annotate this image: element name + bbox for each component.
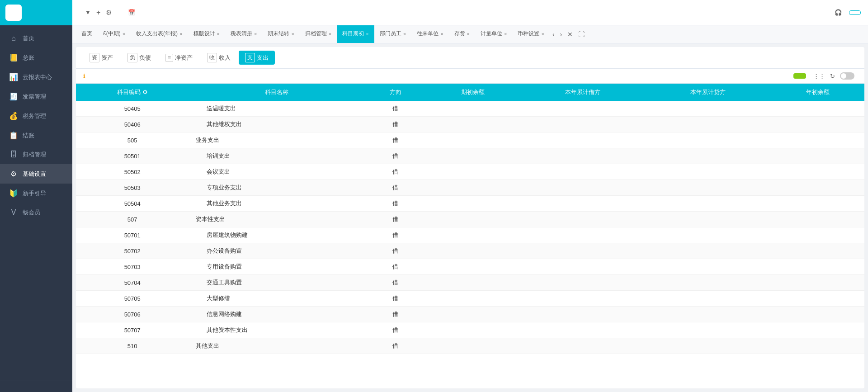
tab-close-currency[interactable]: × xyxy=(541,31,544,37)
sidebar-item-guide[interactable]: 🔰新手引导 xyxy=(0,184,72,203)
table-row[interactable]: 50405送温暖支出借 xyxy=(76,101,864,117)
col-header-0: 科目编码 ⚙ xyxy=(76,84,189,101)
subtab-assets[interactable]: 资资产 xyxy=(83,51,119,65)
tab-prev-btn[interactable]: ‹ xyxy=(550,29,557,40)
settings-icon: ⚙ xyxy=(9,170,18,178)
tab-units[interactable]: 往来单位× xyxy=(411,25,448,43)
tab-close-template[interactable]: × xyxy=(217,31,220,37)
net_assets-subtab-icon: ≡ xyxy=(165,54,173,62)
subtab-liability[interactable]: 负负债 xyxy=(121,51,157,65)
subtab-net_assets[interactable]: ≡净资产 xyxy=(159,52,199,64)
table-row[interactable]: 50706信息网络购建借 xyxy=(76,307,864,322)
sidebar-item-reports[interactable]: 📊云报表中心 xyxy=(0,67,72,87)
tab-tax_clear[interactable]: 税表清册× xyxy=(225,25,262,43)
table-row[interactable]: 50504其他业务支出借 xyxy=(76,196,864,212)
cell-3 xyxy=(771,132,864,148)
toggle-disabled-subjects[interactable] xyxy=(840,72,854,80)
cell-code: 50503 xyxy=(76,180,189,196)
tab-expand-btn[interactable]: ⛶ xyxy=(576,29,587,40)
cell-1 xyxy=(520,259,646,275)
cell-dir: 借 xyxy=(365,275,426,291)
tab-close-units[interactable]: × xyxy=(440,31,443,37)
tab-close-archive[interactable]: × xyxy=(329,31,331,37)
cell-code: 50406 xyxy=(76,117,189,132)
calendar-icon[interactable]: 📅 xyxy=(128,9,135,16)
table-row[interactable]: 50707其他资本性支出借 xyxy=(76,322,864,338)
table-row[interactable]: 505业务支出借 xyxy=(76,132,864,148)
table-row[interactable]: 507资本性支出借 xyxy=(76,212,864,227)
table-row[interactable]: 50704交通工具购置借 xyxy=(76,275,864,291)
cell-3 xyxy=(771,243,864,259)
cell-dir: 借 xyxy=(365,164,426,180)
tab-subject_period[interactable]: 科目期初× xyxy=(337,25,374,43)
add-icon[interactable]: + xyxy=(96,9,100,17)
table-row[interactable]: 50501培训支出借 xyxy=(76,148,864,164)
customer-service[interactable]: 🎧 xyxy=(835,9,844,16)
refresh-button[interactable]: ↻ xyxy=(830,73,836,80)
table-row[interactable]: 510其他支出借 xyxy=(76,338,864,354)
cell-3 xyxy=(771,164,864,180)
sidebar-item-checkout[interactable]: 📋结账 xyxy=(0,126,72,145)
tab-dept_staff[interactable]: 部门员工× xyxy=(374,25,411,43)
table-row[interactable]: 50406其他维权支出借 xyxy=(76,117,864,132)
table-row[interactable]: 50502会议支出借 xyxy=(76,164,864,180)
sidebar-item-member[interactable]: V畅会员 xyxy=(0,203,72,222)
table-row[interactable]: 50701房屋建筑物购建借 xyxy=(76,227,864,243)
tab-inventory[interactable]: 存货× xyxy=(449,25,475,43)
account-button[interactable] xyxy=(849,10,861,15)
cell-name: 其他支出 xyxy=(189,338,364,354)
table-row[interactable]: 50702办公设备购置借 xyxy=(76,243,864,259)
tab-period[interactable]: £(中期)× xyxy=(98,25,131,43)
cell-name: 专用设备购置 xyxy=(189,259,364,275)
subtab-expense[interactable]: 支支出 xyxy=(239,51,275,65)
tab-measure[interactable]: 计量单位× xyxy=(475,25,512,43)
tab-home[interactable]: 首页 xyxy=(76,25,98,43)
cell-dir: 借 xyxy=(365,148,426,164)
col-settings-icon[interactable]: ⚙ xyxy=(142,89,148,95)
sidebar-item-tax[interactable]: 💰税务管理 xyxy=(0,106,72,126)
hint-text: ℹ xyxy=(83,73,87,79)
tab-close-measure[interactable]: × xyxy=(504,31,507,37)
table-row[interactable]: 50503专项业务支出借 xyxy=(76,180,864,196)
sidebar-item-invoice[interactable]: 🧾发票管理 xyxy=(0,87,72,106)
cell-0 xyxy=(426,117,520,132)
tab-next-btn[interactable]: › xyxy=(557,29,565,40)
balance-button[interactable] xyxy=(793,73,806,79)
sidebar-item-home[interactable]: ⌂首页 xyxy=(0,29,72,48)
table-row[interactable]: 50703专用设备购置借 xyxy=(76,259,864,275)
tab-close-tax_clear[interactable]: × xyxy=(254,31,257,37)
tab-close-all-btn[interactable]: ✕ xyxy=(565,29,576,40)
tab-close-period_end[interactable]: × xyxy=(291,31,294,37)
cell-dir: 借 xyxy=(365,212,426,227)
tab-archive[interactable]: 归档管理× xyxy=(300,25,337,43)
cell-dir: 借 xyxy=(365,117,426,132)
cell-2 xyxy=(645,132,771,148)
cell-0 xyxy=(426,101,520,117)
cell-0 xyxy=(426,148,520,164)
tab-period_end[interactable]: 期末结转× xyxy=(262,25,299,43)
settings-icon[interactable]: ⚙ xyxy=(106,9,112,17)
sidebar-item-ledger[interactable]: 📒总账 xyxy=(0,48,72,67)
subtab-label-income: 收入 xyxy=(219,54,231,62)
tab-close-period[interactable]: × xyxy=(123,31,125,37)
more-button[interactable]: ⋮⋮ xyxy=(813,73,826,80)
cell-name: 房屋建筑物购建 xyxy=(189,227,364,243)
tab-close-dept_staff[interactable]: × xyxy=(403,31,406,37)
sidebar-item-settings[interactable]: ⚙基础设置 xyxy=(0,164,72,184)
sidebar-logo xyxy=(0,0,72,25)
subtab-income[interactable]: 收收入 xyxy=(201,51,237,65)
cell-code: 50705 xyxy=(76,291,189,307)
sidebar-footer[interactable] xyxy=(0,381,72,392)
cell-2 xyxy=(645,322,771,338)
cell-2 xyxy=(645,243,771,259)
tab-close-inventory[interactable]: × xyxy=(467,31,470,37)
tab-close-income_report[interactable]: × xyxy=(179,31,182,37)
tab-close-subject_period[interactable]: × xyxy=(366,31,368,37)
tab-income_report[interactable]: 收入支出表(年报)× xyxy=(131,25,188,43)
cell-0 xyxy=(426,291,520,307)
dropdown-arrow-icon[interactable]: ▼ xyxy=(85,9,91,16)
tab-currency[interactable]: 币种设置× xyxy=(512,25,549,43)
table-row[interactable]: 50705大型修缮借 xyxy=(76,291,864,307)
tab-template[interactable]: 模版设计× xyxy=(188,25,225,43)
sidebar-item-archive[interactable]: 🗄归档管理 xyxy=(0,145,72,164)
